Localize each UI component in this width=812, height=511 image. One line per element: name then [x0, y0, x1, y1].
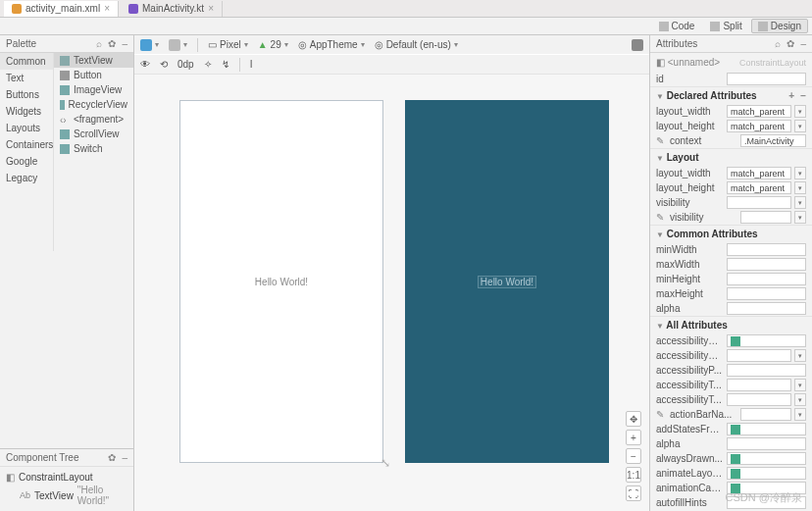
dropdown-icon[interactable]: ▾: [794, 379, 806, 391]
palette-item[interactable]: ScrollView: [54, 127, 133, 141]
attribute-field[interactable]: match_parent: [727, 181, 791, 194]
gear-icon[interactable]: ✿: [108, 38, 116, 49]
attribute-field[interactable]: [727, 423, 806, 435]
gear-icon[interactable]: ✿: [108, 452, 116, 463]
file-tab-main-activity[interactable]: MainActivity.kt ×: [121, 1, 223, 17]
locale-picker[interactable]: ◎ Default (en-us)▾: [375, 39, 458, 50]
dropdown-icon[interactable]: ▾: [794, 120, 806, 132]
palette-item[interactable]: TextView: [54, 53, 133, 68]
attribute-field[interactable]: [727, 437, 806, 450]
id-field[interactable]: [727, 73, 806, 85]
dropdown-icon[interactable]: ▾: [794, 196, 806, 209]
dropdown-icon[interactable]: ▾: [794, 211, 806, 224]
api-picker[interactable]: ▲ 29▾: [258, 39, 288, 50]
resize-handle-icon[interactable]: ⤡: [381, 456, 390, 470]
palette-category[interactable]: Containers: [0, 136, 53, 153]
eye-icon[interactable]: 👁: [140, 59, 150, 70]
palette-category[interactable]: Buttons: [0, 86, 53, 103]
view-mode-code[interactable]: Code: [652, 19, 702, 33]
pan-icon[interactable]: ✥: [626, 411, 641, 427]
default-margin[interactable]: 0dp: [178, 59, 194, 70]
attribute-field[interactable]: [727, 258, 806, 271]
palette-item[interactable]: Button: [54, 68, 133, 82]
attribute-field[interactable]: [727, 196, 791, 209]
collapse-icon[interactable]: –: [122, 38, 127, 49]
palette-category[interactable]: Common: [0, 53, 53, 70]
add-icon[interactable]: +: [788, 90, 794, 101]
palette-item[interactable]: ImageView: [54, 82, 133, 97]
search-icon[interactable]: ⌕: [775, 38, 781, 49]
design-preview-blueprint[interactable]: Hello World!: [405, 100, 609, 463]
device-picker[interactable]: ▭ Pixel▾: [208, 39, 248, 50]
zoom-fit-icon[interactable]: 1:1: [626, 467, 641, 483]
attribute-field[interactable]: match_parent: [727, 120, 791, 132]
design-preview-light[interactable]: Hello World! ⤡: [179, 100, 383, 463]
attribute-field[interactable]: [727, 349, 791, 362]
file-tab-activity-main[interactable]: activity_main.xml ×: [4, 1, 119, 17]
attribute-field[interactable]: [727, 334, 806, 347]
attribute-field[interactable]: [727, 287, 806, 300]
attribute-label: accessibilityH...: [656, 335, 723, 346]
theme-picker[interactable]: ◎ AppTheme▾: [298, 39, 365, 50]
remove-icon[interactable]: −: [800, 90, 806, 101]
clear-icon[interactable]: ↯: [222, 59, 229, 70]
dropdown-icon[interactable]: ▾: [794, 167, 806, 179]
close-tab-icon[interactable]: ×: [208, 3, 214, 14]
infer-icon[interactable]: ✧: [204, 59, 212, 70]
attribute-field[interactable]: [727, 393, 791, 406]
view-mode-switcher: Code Split Design: [0, 18, 812, 35]
section-declared[interactable]: ▼ Declared Attributes +−: [650, 86, 812, 104]
guideline-icon[interactable]: I: [250, 59, 253, 70]
dropdown-icon[interactable]: ▾: [794, 105, 806, 118]
dropdown-icon[interactable]: ▾: [794, 408, 806, 421]
zoom-out-icon[interactable]: −: [626, 448, 641, 464]
tree-row-child[interactable]: Ab TextView "Hello World!": [6, 484, 127, 507]
search-icon[interactable]: ⌕: [96, 38, 102, 49]
expand-icon[interactable]: ⛶: [626, 485, 641, 501]
attribute-field[interactable]: [727, 243, 806, 256]
attribute-field[interactable]: [727, 364, 806, 377]
attribute-field[interactable]: [727, 467, 806, 480]
attribute-field[interactable]: [727, 496, 806, 509]
gear-icon[interactable]: ✿: [787, 38, 794, 49]
palette-category[interactable]: Legacy: [0, 170, 53, 186]
view-mode-design[interactable]: Design: [751, 19, 808, 33]
preview-text[interactable]: Hello World!: [478, 276, 536, 288]
close-tab-icon[interactable]: ×: [104, 3, 110, 14]
dropdown-icon[interactable]: ▾: [794, 349, 806, 362]
section-layout[interactable]: ▼ Layout: [650, 148, 812, 166]
palette-item[interactable]: ‹›<fragment>: [54, 112, 133, 127]
palette-item[interactable]: RecyclerView: [54, 97, 133, 112]
button-icon: [60, 71, 70, 80]
attribute-field[interactable]: .MainActivity: [740, 134, 806, 147]
structure-icon[interactable]: [632, 39, 643, 51]
palette-item[interactable]: Switch: [54, 141, 133, 156]
dropdown-icon[interactable]: ▾: [794, 393, 806, 406]
attribute-field[interactable]: [740, 408, 791, 421]
attribute-field[interactable]: match_parent: [727, 167, 791, 179]
collapse-icon[interactable]: –: [800, 38, 806, 49]
palette-category[interactable]: Google: [0, 153, 53, 170]
palette-category[interactable]: Text: [0, 70, 53, 86]
design-canvas[interactable]: Hello World! ⤡ Hello World! ✥ + − 1:1 ⛶: [134, 75, 649, 511]
palette-category[interactable]: Widgets: [0, 103, 53, 120]
attribute-field[interactable]: [740, 211, 791, 224]
attribute-field[interactable]: [727, 302, 806, 315]
preview-text[interactable]: Hello World!: [255, 277, 308, 287]
section-all[interactable]: ▼ All Attributes: [650, 316, 812, 333]
collapse-icon[interactable]: –: [122, 452, 127, 463]
attribute-field[interactable]: [727, 452, 806, 465]
palette-category[interactable]: Layouts: [0, 120, 53, 136]
design-surface-icon[interactable]: ▾: [140, 39, 159, 51]
dropdown-icon[interactable]: ▾: [794, 181, 806, 194]
tree-row-root[interactable]: ◧ ConstraintLayout: [6, 471, 127, 484]
orientation-icon[interactable]: ▾: [169, 39, 187, 51]
attribute-field[interactable]: [727, 273, 806, 285]
attribute-field[interactable]: [727, 379, 791, 391]
attribute-field[interactable]: match_parent: [727, 105, 791, 118]
view-mode-split[interactable]: Split: [703, 19, 748, 33]
zoom-in-icon[interactable]: +: [626, 430, 641, 445]
attribute-field[interactable]: [727, 482, 806, 494]
autoconnect-icon[interactable]: ⟲: [160, 59, 168, 70]
section-common[interactable]: ▼ Common Attributes: [650, 225, 812, 242]
